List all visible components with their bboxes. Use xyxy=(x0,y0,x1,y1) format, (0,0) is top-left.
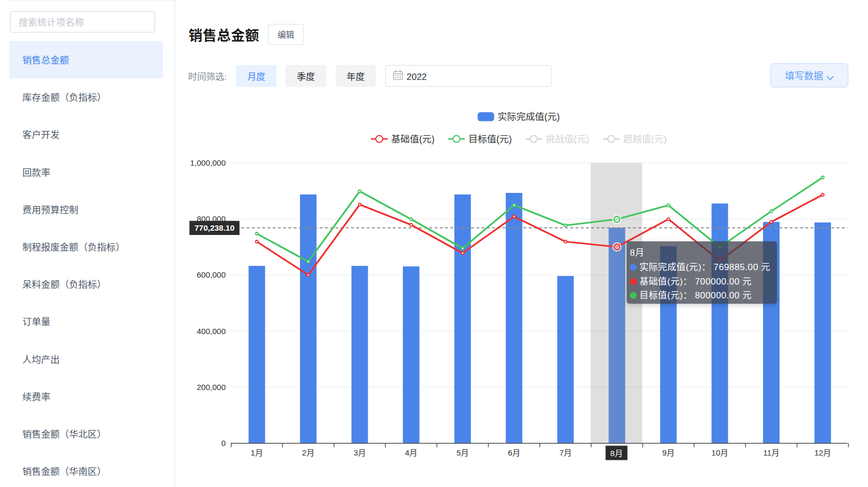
svg-text:400,000: 400,000 xyxy=(197,325,225,336)
svg-text:4月: 4月 xyxy=(405,447,417,458)
svg-text:目标值(元): 目标值(元) xyxy=(468,132,512,145)
svg-text:3月: 3月 xyxy=(353,447,366,458)
svg-text:12月: 12月 xyxy=(814,447,831,458)
svg-text:1,000,000: 1,000,000 xyxy=(190,157,226,168)
svg-text:超越值(元): 超越值(元) xyxy=(623,132,667,145)
svg-text:770,238.10: 770,238.10 xyxy=(194,222,234,233)
svg-text:2月: 2月 xyxy=(302,447,314,458)
svg-text:5月: 5月 xyxy=(457,447,469,458)
svg-text:11月: 11月 xyxy=(763,447,780,458)
svg-text:200,000: 200,000 xyxy=(197,381,225,392)
svg-text:0: 0 xyxy=(221,437,225,448)
svg-text:挑战值(元): 挑战值(元) xyxy=(546,132,589,145)
svg-text:8月: 8月 xyxy=(610,447,622,458)
svg-text:1月: 1月 xyxy=(250,447,263,458)
svg-text:600,000: 600,000 xyxy=(197,269,225,280)
svg-text:9月: 9月 xyxy=(662,447,675,458)
svg-text:6月: 6月 xyxy=(508,447,520,458)
svg-text:基础值(元): 基础值(元) xyxy=(391,132,435,145)
svg-text:实际完成值(元): 实际完成值(元) xyxy=(498,109,560,123)
svg-text:7月: 7月 xyxy=(559,447,572,458)
svg-text:10月: 10月 xyxy=(711,447,728,458)
